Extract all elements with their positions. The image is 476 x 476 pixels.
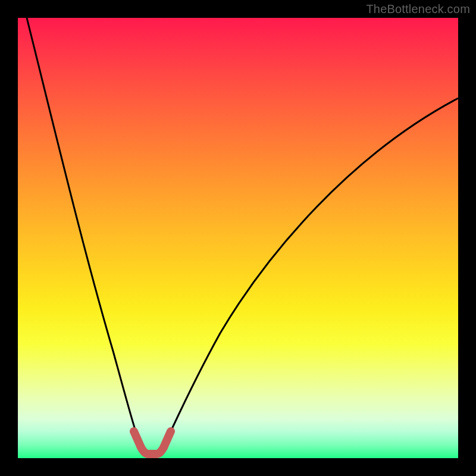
watermark-text: TheBottleneck.com xyxy=(366,2,470,16)
trough-highlight xyxy=(134,431,171,454)
curve-layer xyxy=(18,18,458,458)
right-branch-curve xyxy=(164,98,458,446)
left-branch-curve xyxy=(27,18,141,446)
chart-frame: TheBottleneck.com xyxy=(0,0,476,476)
plot-area xyxy=(18,18,458,458)
